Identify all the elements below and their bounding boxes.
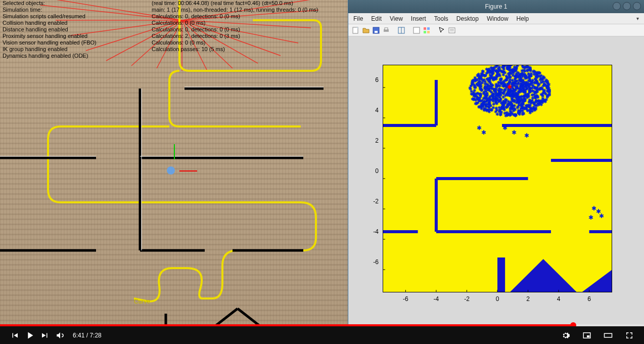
svg-rect-44 <box>427 31 430 33</box>
xtick: -6 <box>403 295 408 303</box>
layout-icon[interactable] <box>412 26 421 35</box>
svg-rect-42 <box>427 27 430 30</box>
chevron-down-icon[interactable]: ▾ <box>636 16 639 21</box>
svg-rect-45 <box>449 28 455 33</box>
menu-edit[interactable]: Edit <box>371 15 382 22</box>
figure-title: Figure 1 <box>485 3 507 10</box>
fullscreen-button[interactable] <box>622 328 637 343</box>
svg-line-26 <box>238 309 260 326</box>
insert-text-icon[interactable] <box>447 26 456 35</box>
ytick: -4 <box>373 228 379 235</box>
status-overlay-left: Selected objects: Simulation time: Simul… <box>3 0 97 59</box>
figure-canvas[interactable]: ✱✱✱✱✱✱✱✱✱✱✱✱✱✱✱✱✱✱✱✱✱✱✱✱✱✱✱✱✱✱✱✱✱✱✱✱✱✱✱✱… <box>348 36 644 326</box>
xtick: 0 <box>496 295 499 303</box>
menu-help[interactable]: Help <box>517 15 529 22</box>
status-line: Calculations: 0 (0 ms) <box>152 39 318 46</box>
xtick: -2 <box>464 295 470 303</box>
figure-titlebar[interactable]: Figure 1 <box>348 0 644 13</box>
status-line: Simulation time: <box>3 7 97 13</box>
menu-file[interactable]: File <box>353 15 363 22</box>
curve-label: Curve <box>134 298 150 305</box>
menu-window[interactable]: Window <box>487 15 509 22</box>
save-icon[interactable] <box>372 26 381 35</box>
status-line: Calculations: 0, detections: 0 (0 ms) <box>152 13 318 20</box>
svg-rect-40 <box>413 27 420 33</box>
status-line: IK group handling enabled <box>3 46 97 53</box>
settings-button[interactable] <box>558 328 573 343</box>
svg-rect-33 <box>353 27 358 33</box>
new-figure-icon[interactable] <box>351 26 360 35</box>
next-button[interactable] <box>37 328 53 343</box>
status-line: Calculations: 0, detections: 0 (0 ms) <box>152 26 318 33</box>
xtick: 2 <box>526 295 530 303</box>
status-line: Vision sensor handling enabled (FBO) <box>3 39 97 46</box>
status-line: Selected objects: <box>3 0 97 7</box>
axes-frame <box>383 65 612 292</box>
ytick: 0 <box>375 167 379 175</box>
figure-menu-bar[interactable]: File Edit View Insert Tools Desktop Wind… <box>348 13 644 24</box>
robot-marker <box>167 166 175 175</box>
open-icon[interactable] <box>361 26 371 35</box>
status-line: Collision handling enabled <box>3 20 97 26</box>
menu-view[interactable]: View <box>390 15 403 22</box>
svg-rect-35 <box>375 31 378 33</box>
menu-insert[interactable]: Insert <box>411 15 426 22</box>
menu-tools[interactable]: Tools <box>434 15 448 22</box>
simulation-viewport[interactable]: Curve Selected objects: Simulation time:… <box>0 0 348 326</box>
miniplayer-button[interactable] <box>579 328 594 343</box>
xtick: 6 <box>587 295 591 303</box>
status-overlay-right: (real time: 00:06:44.08) (real time fact… <box>152 0 318 53</box>
status-line: Distance handling enabled <box>3 26 97 33</box>
status-line: main: 1 (17 ms), non-threaded: 1 (12 ms)… <box>152 7 318 13</box>
video-player-controls: 6:41 / 7:28 <box>0 326 644 344</box>
theater-button[interactable] <box>601 328 616 343</box>
svg-rect-41 <box>424 27 426 30</box>
play-button[interactable] <box>22 328 37 343</box>
ytick: -6 <box>373 259 379 266</box>
figure-toolbar[interactable] <box>348 24 644 36</box>
ytick: 4 <box>375 107 379 114</box>
maximize-icon[interactable] <box>623 2 631 10</box>
print-icon[interactable] <box>382 26 391 35</box>
xtick: 4 <box>557 295 561 303</box>
status-line: Proximity sensor handling enabled <box>3 33 97 39</box>
menu-desktop[interactable]: Desktop <box>456 15 479 22</box>
close-icon[interactable] <box>633 2 641 10</box>
volume-button[interactable] <box>53 328 68 343</box>
video-time: 6:41 / 7:28 <box>73 332 102 339</box>
status-line: (real time: 00:06:44.08) (real time fact… <box>152 0 318 7</box>
matlab-figure-window: Figure 1 File Edit View Insert Tools Des… <box>348 0 644 326</box>
status-line: Calculations: 2, detections: 0 (3 ms) <box>152 33 318 39</box>
svg-rect-43 <box>424 31 426 33</box>
axes[interactable]: ✱✱✱✱✱✱✱✱✱✱✱✱✱✱✱✱✱✱✱✱✱✱✱✱✱✱✱✱✱✱✱✱✱✱✱✱✱✱✱✱… <box>383 65 612 292</box>
ytick: 2 <box>375 137 379 144</box>
status-line: Calculations: 0 (0 ms) <box>152 20 318 26</box>
ytick: -2 <box>373 198 379 205</box>
svg-line-25 <box>215 309 238 326</box>
previous-button[interactable] <box>7 328 22 343</box>
current-time: 6:41 <box>73 332 84 339</box>
minimize-icon[interactable] <box>613 2 621 10</box>
link-icon[interactable] <box>397 26 406 35</box>
status-line: Calculation passes: 10 (5 ms) <box>152 46 318 53</box>
duration: 7:28 <box>89 332 101 339</box>
ytick: 6 <box>375 76 379 83</box>
svg-rect-984 <box>587 335 589 337</box>
pointer-icon[interactable] <box>437 26 446 35</box>
svg-rect-985 <box>605 333 612 337</box>
xtick: -4 <box>434 295 439 303</box>
layout-grid-icon[interactable] <box>422 26 431 35</box>
maze-walls <box>0 87 324 326</box>
svg-rect-37 <box>385 28 388 30</box>
status-line: Dynamics handling enabled (ODE) <box>3 53 97 59</box>
status-line: Simulation scripts called/resumed <box>3 13 97 20</box>
